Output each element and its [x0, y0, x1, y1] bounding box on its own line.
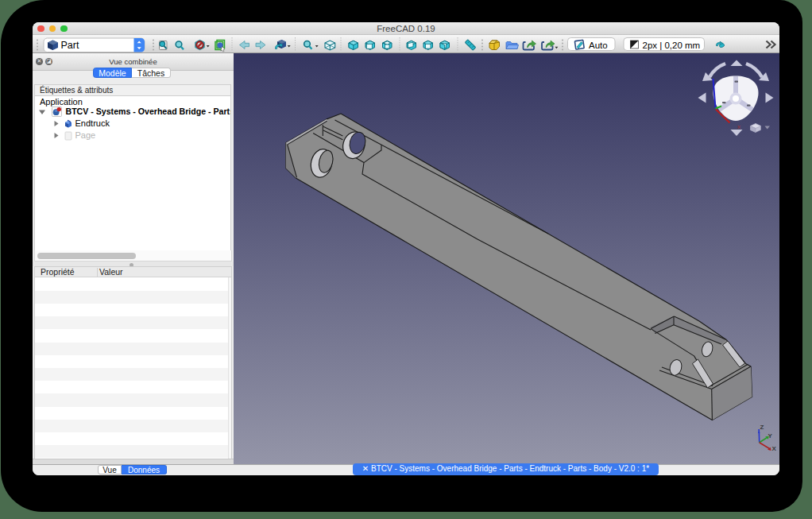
svg-text:x: x	[737, 123, 740, 130]
svg-text:X: X	[772, 445, 777, 452]
svg-text:Y: Y	[768, 432, 773, 440]
svg-text:Auto: Auto	[589, 41, 608, 50]
svg-text:Part: Part	[61, 40, 79, 51]
svg-text:2px | 0,20 mm: 2px | 0,20 mm	[643, 41, 701, 50]
svg-text:Z: Z	[760, 424, 764, 431]
